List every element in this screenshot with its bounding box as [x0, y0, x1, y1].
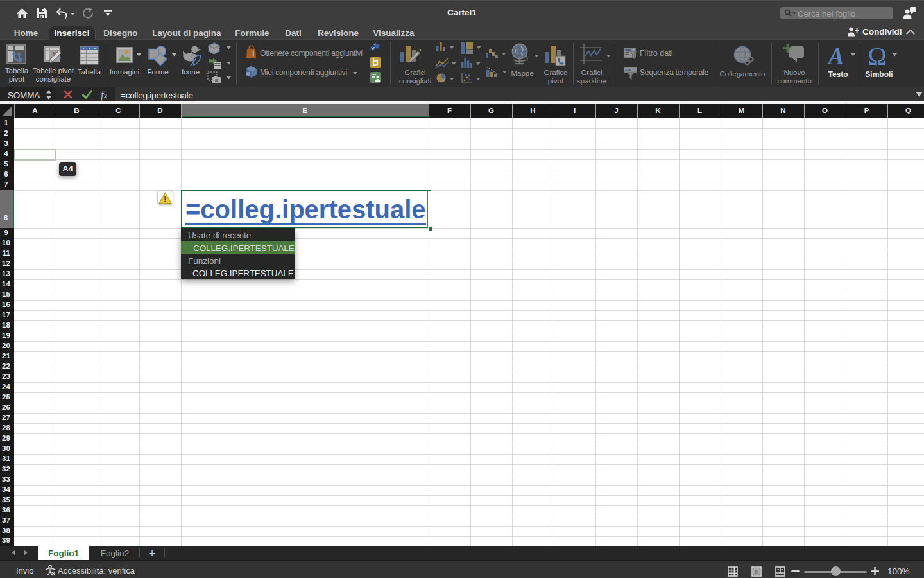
svg-text:V: V — [372, 46, 375, 51]
